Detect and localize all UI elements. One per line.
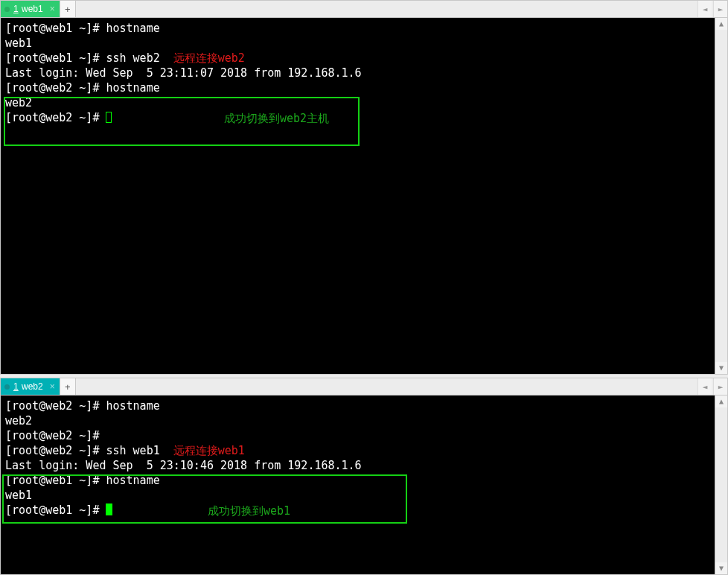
command-text: hostname	[106, 22, 159, 35]
annotation-label: 远程连接web1	[173, 444, 245, 457]
add-tab-button[interactable]: +	[60, 378, 76, 395]
scroll-down-icon[interactable]: ▼	[715, 562, 727, 574]
output-text: Last login: Wed Sep 5 23:11:07 2018 from…	[5, 66, 723, 80]
output-text: web1	[5, 488, 723, 503]
close-icon[interactable]: ×	[50, 382, 55, 391]
prompt: [root@web1 ~]#	[5, 51, 106, 65]
tab-scroll-right-icon[interactable]: ►	[713, 1, 727, 17]
scroll-track[interactable]	[715, 30, 727, 362]
command-text: hostname	[106, 474, 159, 487]
scroll-up-icon[interactable]: ▲	[715, 18, 727, 30]
tab-scroll-controls: ◄ ►	[697, 1, 727, 17]
add-tab-button[interactable]: +	[60, 1, 76, 17]
prompt: [root@web1 ~]#	[5, 22, 106, 35]
terminal-web1[interactable]: [root@web1 ~]# hostname web1 [root@web1 …	[1, 18, 727, 374]
tab-label: web1	[22, 4, 43, 14]
tab-web1[interactable]: 1 web1 ×	[1, 1, 60, 17]
status-dot-icon	[4, 7, 10, 12]
scroll-up-icon[interactable]: ▲	[715, 395, 727, 407]
tab-index: 1	[13, 381, 19, 392]
prompt: [root@web2 ~]#	[5, 111, 106, 124]
terminal-web2[interactable]: [root@web2 ~]# hostname web2 [root@web2 …	[1, 395, 727, 574]
output-text: Last login: Wed Sep 5 23:10:46 2018 from…	[5, 458, 723, 473]
tabbar-web2: 1 web2 × + ◄ ►	[1, 378, 727, 395]
cursor-icon	[106, 112, 112, 123]
output-text: web2	[5, 413, 723, 428]
prompt: [root@web2 ~]#	[5, 444, 106, 457]
prompt: [root@web1 ~]#	[5, 503, 106, 517]
prompt: [root@web2 ~]#	[5, 81, 106, 95]
output-text: web2	[5, 95, 723, 110]
tab-scroll-left-icon[interactable]: ◄	[697, 1, 712, 17]
command-text: ssh web2	[106, 51, 159, 65]
annotation-label: 远程连接web2	[173, 51, 245, 65]
annotation-label: 成功切换到web2主机	[224, 111, 329, 126]
output-text: web1	[5, 36, 723, 51]
tab-scroll-controls: ◄ ►	[697, 378, 727, 395]
tab-index: 1	[13, 4, 19, 14]
scrollbar[interactable]: ▲ ▼	[715, 395, 727, 574]
prompt: [root@web1 ~]#	[5, 474, 106, 487]
command-text: hostname	[106, 81, 159, 95]
pane-web2: 1 web2 × + ◄ ► [root@web2 ~]# hostname w…	[0, 378, 728, 575]
command-text: hostname	[106, 399, 159, 413]
tab-scroll-left-icon[interactable]: ◄	[697, 378, 712, 395]
command-text: ssh web1	[106, 444, 159, 457]
tab-label: web2	[22, 381, 43, 392]
scroll-down-icon[interactable]: ▼	[715, 362, 727, 374]
annotation-label: 成功切换到web1	[208, 503, 290, 518]
tab-web2[interactable]: 1 web2 ×	[1, 378, 60, 395]
scrollbar[interactable]: ▲ ▼	[715, 18, 727, 374]
cursor-icon	[106, 503, 112, 515]
status-dot-icon	[4, 384, 10, 390]
tab-scroll-right-icon[interactable]: ►	[713, 378, 727, 395]
scroll-track[interactable]	[715, 407, 727, 562]
prompt: [root@web2 ~]#	[5, 399, 106, 413]
tabbar-web1: 1 web1 × + ◄ ►	[1, 1, 727, 18]
prompt: [root@web2 ~]#	[5, 428, 723, 443]
pane-web1: 1 web1 × + ◄ ► [root@web1 ~]# hostname w…	[0, 0, 728, 375]
close-icon[interactable]: ×	[50, 4, 55, 13]
